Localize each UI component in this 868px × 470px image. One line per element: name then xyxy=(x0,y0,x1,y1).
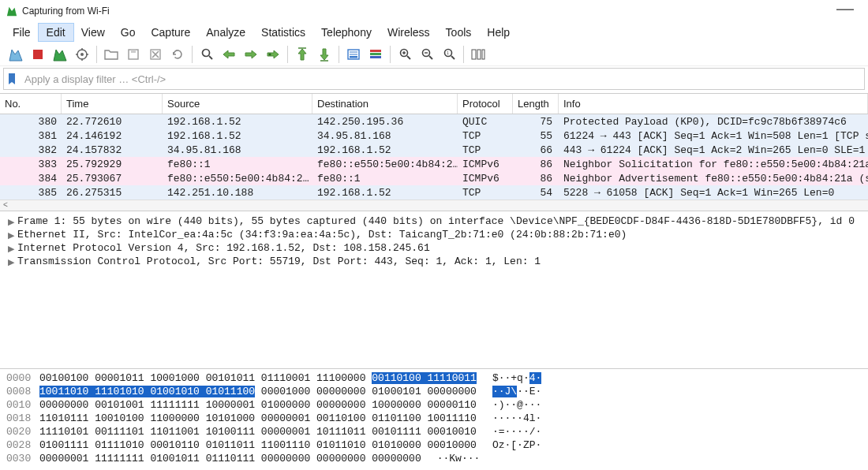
column-header-source[interactable]: Source xyxy=(163,94,312,114)
menu-tools[interactable]: Tools xyxy=(438,24,480,41)
toolbar-separator xyxy=(390,46,391,63)
packet-row[interactable]: 38325.792929fe80::1fe80::e550:5e00:4b84:… xyxy=(0,157,868,171)
go-back-icon[interactable] xyxy=(219,44,239,65)
svg-point-2 xyxy=(80,53,84,56)
packet-row[interactable]: 38526.275315142.251.10.188192.168.1.52TC… xyxy=(0,185,868,200)
toolbar-separator xyxy=(339,46,339,63)
auto-scroll-icon[interactable] xyxy=(343,44,364,65)
zoom-reset-icon[interactable]: 1 xyxy=(439,44,459,65)
menu-wireless[interactable]: Wireless xyxy=(380,24,438,41)
menu-capture[interactable]: Capture xyxy=(143,24,198,41)
menu-analyze[interactable]: Analyze xyxy=(198,24,253,41)
detail-row: ▶Transmission Control Protocol, Src Port… xyxy=(0,255,868,268)
display-filter-input[interactable] xyxy=(20,70,864,88)
display-filter-bar xyxy=(3,68,865,90)
bytes-row[interactable]: 001811010111 10010100 11000000 10101000 … xyxy=(6,412,862,425)
detail-row: ▶Frame 1: 55 bytes on wire (440 bits), 5… xyxy=(0,214,868,228)
column-header-length[interactable]: Length xyxy=(513,94,559,114)
menu-edit[interactable]: Edit xyxy=(39,24,73,41)
menubar: File Edit View Go Capture Analyze Statis… xyxy=(0,22,868,43)
packet-row[interactable]: 38022.772610192.168.1.52142.250.195.36QU… xyxy=(0,114,868,129)
packet-details-pane[interactable]: ▶Frame 1: 55 bytes on wire (440 bits), 5… xyxy=(0,211,868,271)
go-first-icon[interactable] xyxy=(292,44,312,65)
toolbar-separator xyxy=(463,46,464,63)
stop-capture-icon[interactable] xyxy=(28,44,48,65)
column-header-protocol[interactable]: Protocol xyxy=(458,94,513,114)
expand-icon[interactable]: ▶ xyxy=(8,257,17,267)
svg-line-29 xyxy=(429,56,432,59)
menu-statistics[interactable]: Statistics xyxy=(253,24,313,41)
packet-row[interactable]: 38124.146192192.168.1.5234.95.81.168TCP5… xyxy=(0,129,868,143)
expand-icon[interactable]: ▶ xyxy=(8,230,17,241)
go-last-icon[interactable] xyxy=(314,44,335,65)
svg-rect-21 xyxy=(370,50,381,52)
column-header-info[interactable]: Info xyxy=(559,94,868,114)
bytes-row[interactable]: 000810011010 11101010 01001010 01011100 … xyxy=(6,385,862,398)
find-icon[interactable] xyxy=(196,44,217,65)
details-empty-space xyxy=(0,271,868,368)
packet-list-rows[interactable]: 38022.772610192.168.1.52142.250.195.36QU… xyxy=(0,114,868,200)
open-file-icon[interactable] xyxy=(101,44,122,65)
svg-line-32 xyxy=(451,56,455,59)
wireshark-fin-icon xyxy=(6,6,17,17)
save-file-icon[interactable] xyxy=(123,44,144,65)
menu-help[interactable]: Help xyxy=(479,24,518,41)
toolbar-separator xyxy=(287,46,288,63)
svg-rect-35 xyxy=(477,50,481,59)
svg-rect-0 xyxy=(33,50,43,59)
menu-file[interactable]: File xyxy=(5,24,39,41)
toolbar: 1 xyxy=(0,43,868,66)
column-header-time[interactable]: Time xyxy=(62,94,163,114)
bytes-row[interactable]: 003000000001 11111111 01001011 01110111 … xyxy=(6,452,862,465)
colorize-icon[interactable] xyxy=(365,44,386,65)
start-capture-icon[interactable] xyxy=(6,44,26,65)
bytes-row[interactable]: 000000100100 00001011 10001000 00101011 … xyxy=(6,371,862,385)
packet-row[interactable]: 38224.15783234.95.81.168192.168.1.52TCP6… xyxy=(0,143,868,157)
expand-icon[interactable]: ▶ xyxy=(8,244,17,254)
svg-point-12 xyxy=(202,50,209,57)
toolbar-separator xyxy=(192,46,193,63)
svg-line-13 xyxy=(209,56,212,59)
detail-row: ▶Internet Protocol Version 4, Src: 192.1… xyxy=(0,241,868,255)
packet-row[interactable]: 38425.793067fe80::e550:5e00:4b84:2…fe80:… xyxy=(0,171,868,185)
expand-icon[interactable]: ▶ xyxy=(8,217,17,227)
window-title: Capturing from Wi-Fi xyxy=(22,6,829,17)
zoom-in-icon[interactable] xyxy=(395,44,415,65)
titlebar: Capturing from Wi-Fi — xyxy=(0,0,868,22)
column-header-destination[interactable]: Destination xyxy=(312,94,458,114)
svg-line-25 xyxy=(407,56,410,59)
go-to-packet-icon[interactable] xyxy=(263,44,283,65)
horizontal-scrollbar[interactable]: < xyxy=(0,200,868,211)
menu-go[interactable]: Go xyxy=(113,24,144,41)
detail-row: ▶Ethernet II, Src: IntelCor_ea:4a:5c (34… xyxy=(0,228,868,241)
packet-bytes-pane[interactable]: 000000100100 00001011 10001000 00101011 … xyxy=(0,368,868,470)
bytes-row[interactable]: 002011110101 00111101 11011001 10100111 … xyxy=(6,425,862,438)
bookmark-icon[interactable] xyxy=(4,73,20,85)
packet-list-pane: No. Time Source Destination Protocol Len… xyxy=(0,93,868,211)
packet-list-header: No. Time Source Destination Protocol Len… xyxy=(0,94,868,114)
reload-icon[interactable] xyxy=(167,44,188,65)
svg-rect-8 xyxy=(131,50,136,53)
go-forward-icon[interactable] xyxy=(241,44,261,65)
bytes-row[interactable]: 001000000000 00101001 11111111 10000001 … xyxy=(6,398,862,412)
restart-capture-icon[interactable] xyxy=(50,44,70,65)
svg-text:1: 1 xyxy=(447,50,449,55)
column-header-no[interactable]: No. xyxy=(0,94,62,114)
svg-point-14 xyxy=(269,53,271,55)
svg-rect-22 xyxy=(370,53,381,55)
toolbar-separator xyxy=(96,46,97,63)
svg-rect-20 xyxy=(350,56,357,58)
resize-columns-icon[interactable] xyxy=(468,44,488,65)
capture-options-icon[interactable] xyxy=(72,44,92,65)
svg-rect-36 xyxy=(482,50,485,59)
bytes-row[interactable]: 002801001111 01111010 00010110 01011011 … xyxy=(6,438,862,452)
zoom-out-icon[interactable] xyxy=(417,44,437,65)
menu-telephony[interactable]: Telephony xyxy=(313,24,380,41)
menu-view[interactable]: View xyxy=(73,24,113,41)
svg-rect-23 xyxy=(370,56,381,58)
svg-rect-34 xyxy=(472,50,476,59)
close-file-icon[interactable] xyxy=(145,44,166,65)
